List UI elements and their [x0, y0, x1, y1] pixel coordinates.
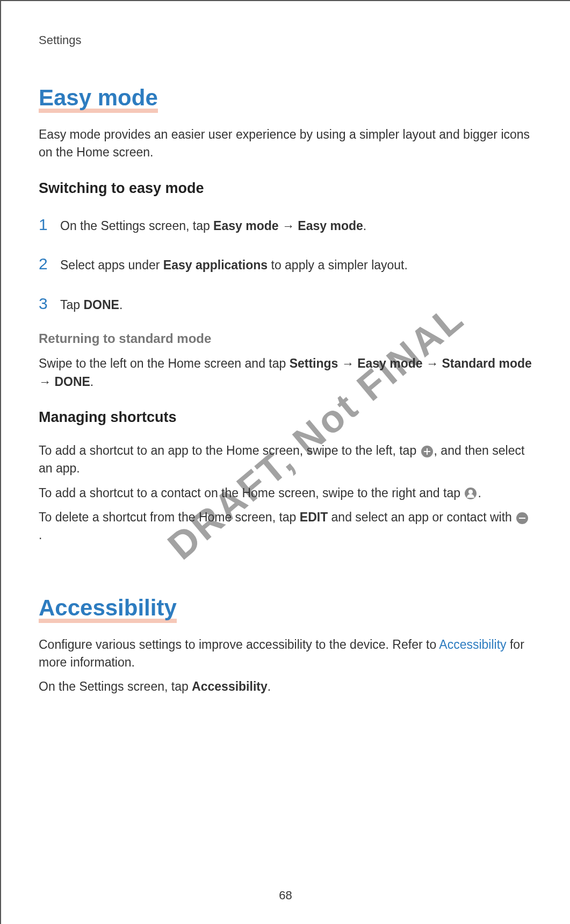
accessibility-title: Accessibility	[39, 595, 177, 621]
text-span: Configure various settings to improve ac…	[39, 638, 439, 651]
easy-mode-title: Easy mode	[39, 85, 158, 111]
bold-span: EDIT	[300, 510, 328, 524]
switching-steps-list: 1 On the Settings screen, tap Easy mode …	[39, 213, 532, 316]
text-span: To add a shortcut to a contact on the Ho…	[39, 486, 464, 500]
step-text: .	[363, 219, 366, 233]
step-bold: Easy mode	[298, 219, 363, 233]
step-text: to apply a simpler layout.	[268, 258, 408, 272]
text-span: On the Settings screen, tap	[39, 679, 192, 693]
minus-icon	[516, 512, 528, 524]
shortcuts-p2: To add a shortcut to a contact on the Ho…	[39, 484, 532, 502]
shortcuts-heading: Managing shortcuts	[39, 409, 532, 426]
text-span: .	[39, 528, 42, 542]
text-span: .	[90, 375, 93, 389]
plus-icon	[421, 446, 433, 457]
accessibility-link[interactable]: Accessibility	[439, 638, 506, 651]
step-arrow: →	[279, 219, 298, 233]
text-span: Swipe to the left on the Home screen and…	[39, 356, 290, 370]
text-span: To add a shortcut to an app to the Home …	[39, 443, 420, 457]
bold-span: DONE	[54, 375, 90, 389]
bold-span: Settings	[290, 356, 338, 370]
step-bold: Easy applications	[163, 258, 268, 272]
switching-heading: Switching to easy mode	[39, 180, 532, 197]
step-text: Tap	[60, 298, 83, 312]
step-item: 2 Select apps under Easy applications to…	[39, 252, 532, 276]
contact-icon	[465, 488, 477, 499]
shortcuts-p3: To delete a shortcut from the Home scree…	[39, 508, 532, 545]
step-text: .	[119, 298, 122, 312]
step-item: 3 Tap DONE.	[39, 292, 532, 316]
returning-heading: Returning to standard mode	[39, 331, 532, 346]
accessibility-p2: On the Settings screen, tap Accessibilit…	[39, 678, 532, 696]
text-span: .	[268, 679, 271, 693]
bold-span: Standard mode	[442, 356, 531, 370]
bold-span: Accessibility	[192, 679, 268, 693]
step-text: On the Settings screen, tap	[60, 219, 213, 233]
bold-span: Easy mode	[357, 356, 422, 370]
arrow-span: →	[423, 356, 442, 370]
page-header-label: Settings	[39, 33, 532, 47]
step-bold: Easy mode	[213, 219, 278, 233]
step-text: Select apps under	[60, 258, 163, 272]
returning-text: Swipe to the left on the Home screen and…	[39, 355, 532, 391]
step-bold: DONE	[83, 298, 119, 312]
step-item: 1 On the Settings screen, tap Easy mode …	[39, 213, 532, 237]
arrow-span: →	[338, 356, 357, 370]
text-span: and select an app or contact with	[328, 510, 515, 524]
accessibility-p1: Configure various settings to improve ac…	[39, 636, 532, 672]
easy-mode-intro: Easy mode provides an easier user experi…	[39, 126, 532, 162]
arrow-span: →	[39, 375, 54, 389]
shortcuts-p1: To add a shortcut to an app to the Home …	[39, 442, 532, 478]
text-span: .	[478, 486, 481, 500]
page-number: 68	[1, 889, 570, 902]
step-number: 2	[39, 252, 60, 276]
step-number: 3	[39, 292, 60, 316]
text-span: To delete a shortcut from the Home scree…	[39, 510, 300, 524]
step-number: 1	[39, 213, 60, 237]
